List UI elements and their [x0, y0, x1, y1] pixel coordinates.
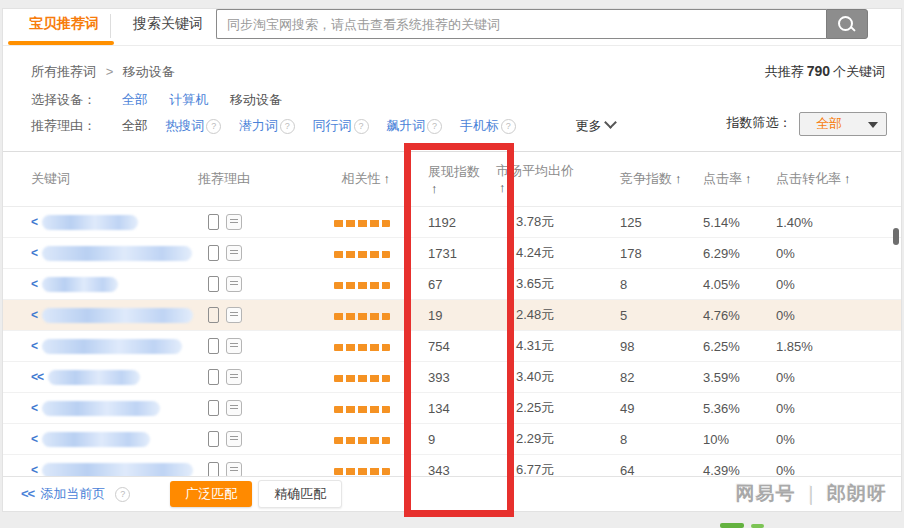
keyword-marker: <	[31, 432, 37, 446]
impression-value: 67	[398, 277, 488, 292]
reason-option-hot[interactable]: 热搜词	[165, 118, 204, 133]
summary-prefix: 共推荐	[765, 64, 804, 79]
keyword-blurred	[42, 215, 138, 230]
device-option-mobile[interactable]: 移动设备	[230, 92, 282, 107]
keyword-blurred	[42, 277, 118, 292]
reason-badge-icon	[226, 245, 242, 261]
impression-value: 9	[398, 432, 488, 447]
col-header-cvr[interactable]: 点击转化率	[764, 170, 874, 188]
avg-price-value: 4.31元	[488, 337, 603, 355]
device-filter-row: 选择设备： 全部 计算机 移动设备	[31, 91, 300, 109]
col-header-ctr[interactable]: 点击率	[691, 170, 764, 188]
cvr-value: 0%	[764, 432, 874, 447]
cvr-value: 1.85%	[764, 339, 874, 354]
reason-filter-label: 推荐理由：	[31, 118, 96, 133]
ctr-value: 6.29%	[691, 246, 764, 261]
impression-value: 393	[398, 370, 488, 385]
dropdown-selected-value: 全部	[816, 116, 842, 131]
impression-value: 1192	[398, 215, 488, 230]
competition-value: 178	[603, 246, 691, 261]
reason-option-mobile-tag[interactable]: 手机标	[460, 118, 499, 133]
breadcrumb: 所有推荐词 > 移动设备	[31, 63, 175, 81]
impression-value: 134	[398, 401, 488, 416]
search-icon	[838, 16, 853, 31]
add-current-page-link[interactable]: <<添加当前页	[21, 485, 105, 503]
breadcrumb-root[interactable]: 所有推荐词	[31, 64, 96, 79]
cvr-value: 0%	[764, 246, 874, 261]
table-row[interactable]: <92.29元810%0%	[3, 424, 901, 455]
keyword-marker: <	[31, 277, 37, 291]
keyword-blurred	[42, 401, 160, 416]
keyword-table: 关键词 推荐理由 相关性 展现指数 市场平均出价 竞争指数 点击率 点击转化率 …	[3, 151, 901, 486]
index-filter: 指数筛选： 全部	[726, 112, 887, 136]
table-row[interactable]: <11923.78元1255.14%1.40%	[3, 207, 901, 238]
search-button[interactable]	[826, 9, 868, 39]
ctr-value: 10%	[691, 432, 764, 447]
col-header-competition[interactable]: 竞争指数	[603, 170, 691, 188]
phone-icon	[208, 369, 219, 385]
scrollbar-thumb[interactable]	[893, 228, 899, 245]
competition-value: 8	[603, 432, 691, 447]
watermark-separator: ｜	[801, 483, 821, 504]
keyword-blurred	[42, 308, 193, 323]
col-label: 市场平均出价	[496, 163, 574, 178]
device-option-pc[interactable]: 计算机	[169, 92, 208, 107]
ctr-value: 4.76%	[691, 308, 764, 323]
avg-price-value: 2.48元	[488, 306, 603, 324]
help-icon[interactable]	[206, 119, 221, 134]
table-row[interactable]: <7544.31元986.25%1.85%	[3, 331, 901, 362]
phone-icon	[208, 214, 219, 230]
cvr-value: 0%	[764, 370, 874, 385]
table-row[interactable]: <192.48元54.76%0%	[3, 300, 901, 331]
col-label: 相关性	[342, 171, 381, 186]
watermark: 网易号｜郎朗呀	[735, 481, 887, 507]
device-option-all[interactable]: 全部	[122, 92, 148, 107]
exact-match-button[interactable]: 精确匹配	[258, 480, 342, 508]
broad-match-button[interactable]: 广泛匹配	[170, 481, 252, 507]
cropped-content	[720, 523, 744, 528]
keyword-marker: <	[31, 215, 37, 229]
table-row[interactable]: <1342.25元495.36%0%	[3, 393, 901, 424]
help-icon[interactable]	[115, 487, 130, 502]
table-row[interactable]: <17314.24元1786.29%0%	[3, 238, 901, 269]
col-header-impression[interactable]: 展现指数	[398, 163, 488, 196]
relevance-bars	[334, 282, 390, 289]
relevance-bars	[334, 220, 390, 227]
reason-option-peer[interactable]: 同行词	[313, 118, 352, 133]
reason-option-potential[interactable]: 潜力词	[239, 118, 278, 133]
more-filters-button[interactable]: 更多	[575, 118, 615, 133]
tab-babe-recommend[interactable]: 宝贝推荐词	[29, 15, 99, 33]
help-icon[interactable]	[354, 119, 369, 134]
relevance-bars	[334, 406, 390, 413]
relevance-bars	[334, 437, 390, 444]
help-icon[interactable]	[427, 119, 442, 134]
phone-icon	[208, 245, 219, 261]
avg-price-value: 2.25元	[488, 399, 603, 417]
col-header-relevance[interactable]: 相关性	[298, 170, 398, 188]
reason-option-all[interactable]: 全部	[122, 118, 148, 133]
table-row[interactable]: <673.65元84.05%0%	[3, 269, 901, 300]
table-row[interactable]: <<3933.40元823.59%0%	[3, 362, 901, 393]
competition-value: 125	[603, 215, 691, 230]
col-header-price[interactable]: 市场平均出价	[488, 162, 581, 196]
search-input[interactable]	[216, 9, 826, 39]
sort-asc-icon	[675, 171, 682, 186]
keyword-marker: <<	[31, 370, 43, 384]
phone-icon	[208, 276, 219, 292]
index-filter-label: 指数筛选：	[726, 115, 791, 130]
cvr-value: 0%	[764, 401, 874, 416]
help-icon[interactable]	[280, 119, 295, 134]
ctr-value: 5.14%	[691, 215, 764, 230]
relevance-bars	[334, 468, 390, 475]
tab-search-keywords[interactable]: 搜索关键词	[133, 15, 203, 33]
col-header-reason: 推荐理由	[193, 170, 298, 188]
cvr-value: 1.40%	[764, 215, 874, 230]
relevance-bars	[334, 251, 390, 258]
avg-price-value: 3.65元	[488, 275, 603, 293]
reason-option-soaring[interactable]: 飙升词	[386, 118, 425, 133]
tab-separator	[110, 14, 111, 38]
index-filter-dropdown[interactable]: 全部	[799, 112, 887, 136]
phone-icon	[208, 431, 219, 447]
help-icon[interactable]	[501, 119, 516, 134]
dropdown-caret-icon	[868, 122, 878, 128]
